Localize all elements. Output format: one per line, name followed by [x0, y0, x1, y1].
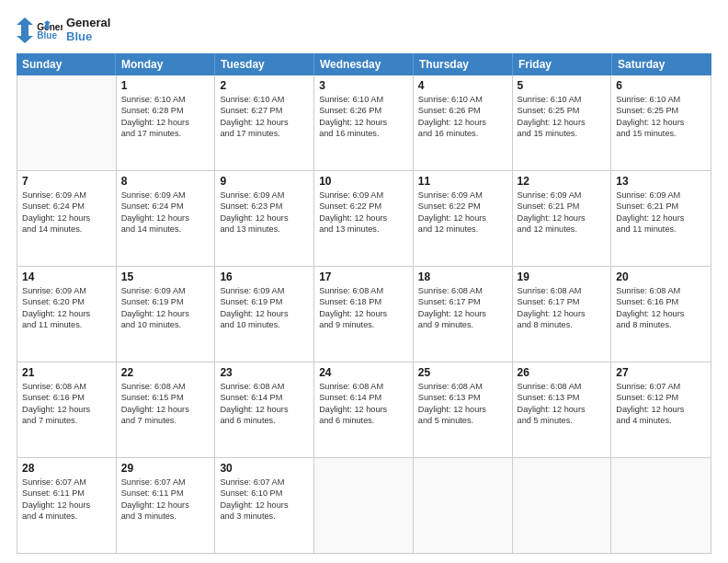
- calendar-cell-29: 29Sunrise: 6:07 AMSunset: 6:11 PMDayligh…: [117, 458, 216, 553]
- cell-line: Sunset: 6:10 PM: [220, 488, 309, 499]
- calendar-cell-14: 14Sunrise: 6:09 AMSunset: 6:20 PMDayligh…: [17, 267, 117, 362]
- cell-line: Daylight: 12 hours: [418, 308, 507, 319]
- svg-marker-0: [17, 17, 33, 43]
- cell-line: Sunrise: 6:08 AM: [518, 381, 607, 392]
- cell-line: and 12 minutes.: [518, 224, 607, 235]
- cell-line: Daylight: 12 hours: [121, 500, 210, 511]
- cell-line: Sunset: 6:22 PM: [319, 201, 408, 212]
- cell-line: Sunset: 6:21 PM: [616, 201, 706, 212]
- day-number: 5: [518, 79, 607, 92]
- cell-line: Sunrise: 6:08 AM: [220, 381, 309, 392]
- calendar-cell-16: 16Sunrise: 6:09 AMSunset: 6:19 PMDayligh…: [215, 267, 314, 362]
- day-number: 13: [616, 175, 706, 188]
- cell-line: Sunset: 6:13 PM: [418, 392, 507, 403]
- cell-line: Sunrise: 6:09 AM: [518, 190, 607, 201]
- calendar-cell-22: 22Sunrise: 6:08 AMSunset: 6:15 PMDayligh…: [117, 362, 216, 457]
- day-number: 17: [319, 270, 408, 283]
- calendar-cell-30: 30Sunrise: 6:07 AMSunset: 6:10 PMDayligh…: [215, 458, 314, 553]
- calendar-cell-1: 1Sunrise: 6:10 AMSunset: 6:28 PMDaylight…: [117, 75, 216, 170]
- cell-line: and 14 minutes.: [22, 224, 111, 235]
- cell-line: Sunset: 6:26 PM: [319, 105, 408, 116]
- header-day-monday: Monday: [116, 53, 215, 75]
- cell-line: Daylight: 12 hours: [418, 117, 507, 128]
- cell-line: Sunset: 6:11 PM: [22, 488, 111, 499]
- cell-line: Sunset: 6:28 PM: [121, 105, 210, 116]
- cell-line: Daylight: 12 hours: [319, 404, 408, 415]
- cell-line: and 3 minutes.: [220, 511, 309, 522]
- cell-line: and 13 minutes.: [220, 224, 309, 235]
- day-number: 30: [220, 462, 309, 475]
- cell-line: and 6 minutes.: [220, 415, 309, 426]
- calendar-cell-20: 20Sunrise: 6:08 AMSunset: 6:16 PMDayligh…: [611, 267, 711, 362]
- svg-text:Blue: Blue: [37, 30, 57, 40]
- cell-line: and 11 minutes.: [22, 319, 111, 330]
- cell-line: Sunset: 6:14 PM: [319, 392, 408, 403]
- calendar-cell-15: 15Sunrise: 6:09 AMSunset: 6:19 PMDayligh…: [117, 267, 216, 362]
- cell-line: Sunset: 6:12 PM: [616, 392, 706, 403]
- cell-line: Daylight: 12 hours: [518, 213, 607, 224]
- cell-line: Sunrise: 6:07 AM: [22, 477, 111, 488]
- calendar-cell-21: 21Sunrise: 6:08 AMSunset: 6:16 PMDayligh…: [17, 362, 117, 457]
- cell-line: Sunset: 6:17 PM: [518, 296, 607, 307]
- cell-line: and 4 minutes.: [22, 511, 111, 522]
- calendar-row-4: 28Sunrise: 6:07 AMSunset: 6:11 PMDayligh…: [17, 458, 711, 553]
- cell-line: Sunrise: 6:08 AM: [319, 285, 408, 296]
- cell-line: Sunrise: 6:07 AM: [616, 381, 706, 392]
- cell-line: and 9 minutes.: [319, 319, 408, 330]
- cell-line: Sunrise: 6:08 AM: [518, 285, 607, 296]
- calendar-row-1: 7Sunrise: 6:09 AMSunset: 6:24 PMDaylight…: [17, 171, 711, 267]
- calendar-cell-12: 12Sunrise: 6:09 AMSunset: 6:21 PMDayligh…: [513, 171, 612, 266]
- calendar-cell-17: 17Sunrise: 6:08 AMSunset: 6:18 PMDayligh…: [314, 267, 414, 362]
- cell-line: Daylight: 12 hours: [121, 308, 210, 319]
- calendar-cell-27: 27Sunrise: 6:07 AMSunset: 6:12 PMDayligh…: [611, 362, 711, 457]
- cell-line: Sunrise: 6:09 AM: [319, 190, 408, 201]
- cell-line: Daylight: 12 hours: [418, 404, 507, 415]
- day-number: 6: [616, 79, 706, 92]
- cell-line: Sunrise: 6:10 AM: [220, 94, 309, 105]
- calendar-cell-9: 9Sunrise: 6:09 AMSunset: 6:23 PMDaylight…: [215, 171, 314, 266]
- calendar-cell-2: 2Sunrise: 6:10 AMSunset: 6:27 PMDaylight…: [215, 75, 314, 170]
- day-number: 14: [22, 270, 111, 283]
- page: General Blue General Blue SundayMondayTu…: [0, 0, 728, 563]
- cell-line: Daylight: 12 hours: [616, 404, 706, 415]
- calendar-cell-24: 24Sunrise: 6:08 AMSunset: 6:14 PMDayligh…: [314, 362, 414, 457]
- logo-general: General: [66, 17, 110, 30]
- cell-line: and 7 minutes.: [121, 415, 210, 426]
- cell-line: Sunset: 6:13 PM: [518, 392, 607, 403]
- cell-line: Sunrise: 6:08 AM: [319, 381, 408, 392]
- cell-line: Sunset: 6:25 PM: [616, 105, 706, 116]
- cell-line: Sunset: 6:21 PM: [518, 201, 607, 212]
- cell-line: Sunrise: 6:09 AM: [22, 190, 111, 201]
- calendar-cell-23: 23Sunrise: 6:08 AMSunset: 6:14 PMDayligh…: [215, 362, 314, 457]
- header-day-sunday: Sunday: [17, 53, 116, 75]
- calendar-cell-7: 7Sunrise: 6:09 AMSunset: 6:24 PMDaylight…: [17, 171, 117, 266]
- cell-line: Sunset: 6:11 PM: [121, 488, 210, 499]
- cell-line: Daylight: 12 hours: [22, 213, 111, 224]
- calendar: SundayMondayTuesdayWednesdayThursdayFrid…: [17, 53, 711, 554]
- day-number: 12: [518, 175, 607, 188]
- header-day-saturday: Saturday: [612, 53, 711, 75]
- calendar-cell-10: 10Sunrise: 6:09 AMSunset: 6:22 PMDayligh…: [314, 171, 414, 266]
- day-number: 20: [616, 270, 706, 283]
- cell-line: and 3 minutes.: [121, 511, 210, 522]
- cell-line: Sunset: 6:22 PM: [418, 201, 507, 212]
- cell-line: Sunset: 6:16 PM: [616, 296, 706, 307]
- cell-line: Sunset: 6:20 PM: [22, 296, 111, 307]
- cell-line: Daylight: 12 hours: [220, 213, 309, 224]
- day-number: 1: [121, 79, 210, 92]
- day-number: 23: [220, 366, 309, 379]
- cell-line: Daylight: 12 hours: [121, 213, 210, 224]
- cell-line: and 8 minutes.: [616, 319, 706, 330]
- cell-line: and 10 minutes.: [121, 319, 210, 330]
- cell-line: Sunrise: 6:08 AM: [616, 285, 706, 296]
- cell-line: Sunset: 6:25 PM: [518, 105, 607, 116]
- day-number: 15: [121, 270, 210, 283]
- day-number: 27: [616, 366, 706, 379]
- cell-line: Sunrise: 6:10 AM: [121, 94, 210, 105]
- logo-blue: Blue: [66, 30, 110, 44]
- calendar-cell-empty-0-0: [17, 75, 117, 170]
- cell-line: Daylight: 12 hours: [319, 117, 408, 128]
- cell-line: Daylight: 12 hours: [319, 213, 408, 224]
- cell-line: and 5 minutes.: [418, 415, 507, 426]
- day-number: 22: [121, 366, 210, 379]
